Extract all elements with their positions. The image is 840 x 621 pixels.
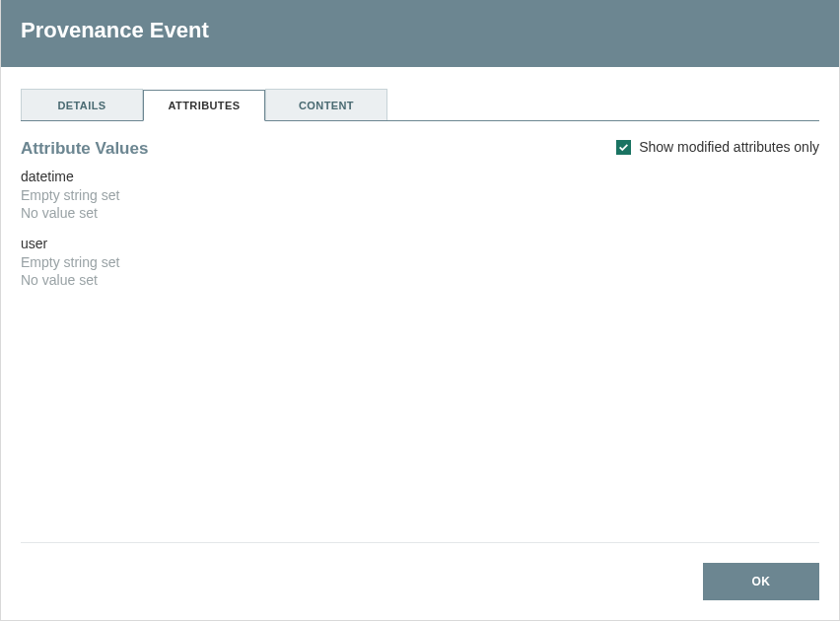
tab-content[interactable]: CONTENT <box>265 89 387 120</box>
dialog-title: Provenance Event <box>21 18 819 43</box>
show-modified-toggle[interactable]: Show modified attributes only <box>616 139 819 155</box>
attribute-block: userEmpty string setNo value set <box>21 236 819 289</box>
attribute-current-value: No value set <box>21 272 819 290</box>
attributes-panel: Attribute Values Show modified attribute… <box>21 121 819 542</box>
dialog-body: DETAILS ATTRIBUTES CONTENT Attribute Val… <box>1 67 839 542</box>
attribute-name: user <box>21 236 819 251</box>
attribute-current-value: No value set <box>21 205 819 223</box>
attribute-previous-value: Empty string set <box>21 254 819 272</box>
attribute-list: datetimeEmpty string setNo value setuser… <box>21 169 819 289</box>
show-modified-label: Show modified attributes only <box>639 139 819 155</box>
tab-attributes[interactable]: ATTRIBUTES <box>143 90 265 121</box>
check-icon <box>618 142 629 153</box>
tab-bar: DETAILS ATTRIBUTES CONTENT <box>21 89 819 121</box>
attribute-name: datetime <box>21 169 819 184</box>
ok-button[interactable]: OK <box>703 563 819 600</box>
provenance-event-dialog: Provenance Event DETAILS ATTRIBUTES CONT… <box>0 0 840 621</box>
dialog-header: Provenance Event <box>1 0 839 67</box>
attribute-block: datetimeEmpty string setNo value set <box>21 169 819 222</box>
tab-details[interactable]: DETAILS <box>21 89 143 120</box>
checkbox-icon[interactable] <box>616 140 631 155</box>
dialog-footer: OK <box>21 542 819 620</box>
attribute-previous-value: Empty string set <box>21 187 819 205</box>
